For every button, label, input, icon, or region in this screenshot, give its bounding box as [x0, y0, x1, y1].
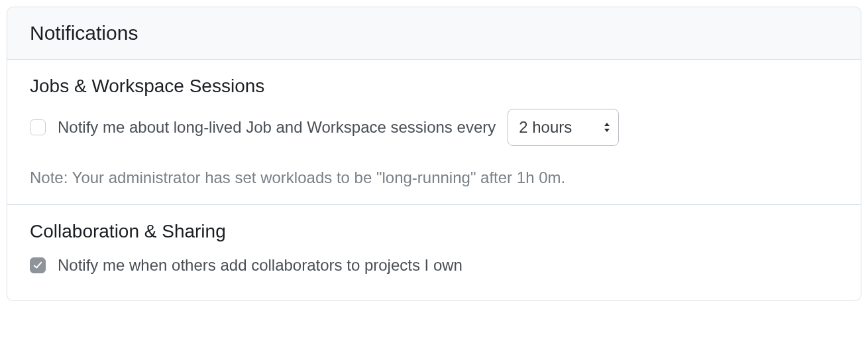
select-stepper-icon: [604, 122, 610, 133]
panel-title: Notifications: [7, 7, 861, 60]
section-collaboration-title: Collaboration & Sharing: [30, 221, 838, 242]
notifications-panel: Notifications Jobs & Workspace Sessions …: [7, 7, 861, 301]
collab-notify-row: Notify me when others add collaborators …: [30, 254, 838, 277]
jobs-admin-note: Note: Your administrator has set workloa…: [30, 168, 838, 187]
section-jobs-title: Jobs & Workspace Sessions: [30, 76, 838, 97]
section-collaboration: Collaboration & Sharing Notify me when o…: [7, 204, 861, 301]
check-icon: [33, 261, 42, 270]
collab-notify-checkbox[interactable]: [30, 257, 46, 273]
collab-notify-label: Notify me when others add collaborators …: [58, 254, 462, 277]
jobs-notify-row: Notify me about long-lived Job and Works…: [30, 109, 838, 146]
jobs-interval-value: 2 hours: [519, 118, 572, 137]
section-jobs: Jobs & Workspace Sessions Notify me abou…: [7, 60, 861, 204]
jobs-notify-label: Notify me about long-lived Job and Works…: [58, 116, 496, 139]
jobs-notify-checkbox[interactable]: [30, 119, 46, 135]
jobs-interval-select[interactable]: 2 hours: [508, 109, 619, 146]
